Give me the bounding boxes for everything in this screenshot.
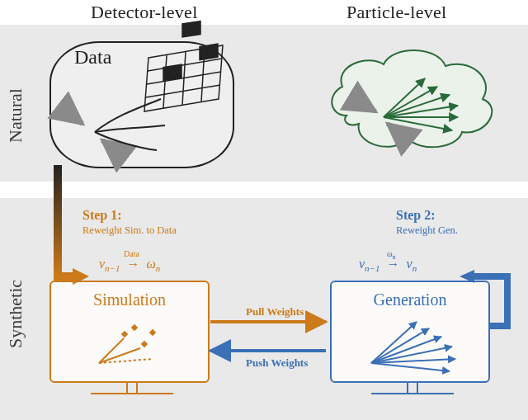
step2-sub: Reweight Gen. — [396, 224, 458, 237]
generation-screen: Generation — [330, 281, 490, 383]
simulation-label: Simulation — [51, 290, 208, 309]
col-header-particle: Particle-level — [346, 2, 446, 23]
step1-sub: Reweight Sim. to Data — [82, 224, 177, 237]
row-header-natural: Natural — [5, 74, 26, 157]
step1-title: Step 1: — [82, 208, 122, 222]
step2-legend: Step 2: Reweight Gen. — [396, 208, 458, 237]
data-label: Data — [74, 46, 111, 68]
simulation-monitor: Simulation — [50, 281, 214, 396]
generation-monitor: Generation — [330, 281, 495, 396]
simulation-screen: Simulation — [50, 281, 210, 383]
truth-label: Truth — [388, 58, 431, 80]
push-weights-label: Push Weights — [246, 356, 308, 370]
row-header-synthetic: Synthetic — [5, 264, 26, 363]
col-header-detector: Detector-level — [91, 2, 198, 23]
generation-label: Generation — [332, 290, 488, 309]
pull-weights-label: Pull Weights — [246, 305, 304, 319]
math-gen-reweight: νn−1 → νn ωn — [359, 257, 417, 273]
step1-legend: Step 1: Reweight Sim. to Data — [82, 208, 177, 237]
step2-title: Step 2: — [396, 208, 436, 222]
math-sim-reweight: νn−1 → ωn Data — [99, 257, 160, 273]
